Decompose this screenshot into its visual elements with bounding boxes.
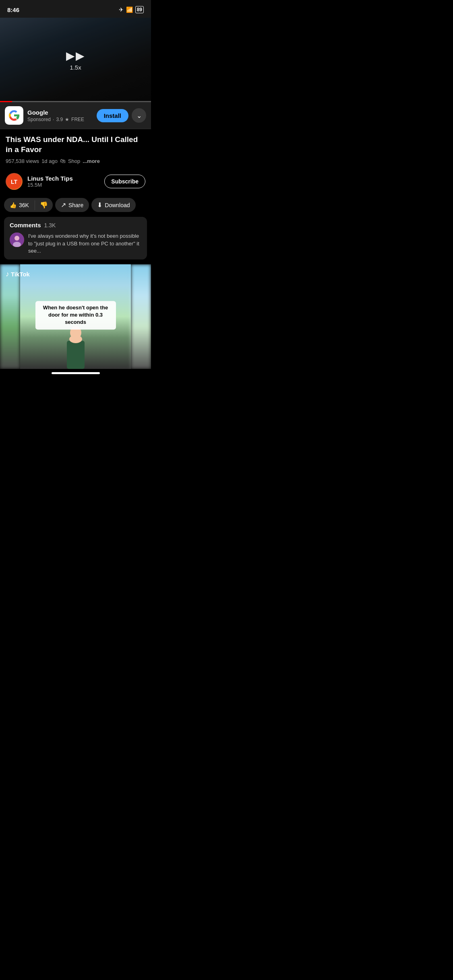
video-player[interactable]: ▶▶ 1.5x <box>0 18 151 102</box>
svg-text:LT: LT <box>11 179 18 185</box>
tiktok-bg-right <box>131 264 151 369</box>
channel-avatar-inner: LT <box>6 173 23 190</box>
ad-price: FREE <box>71 117 84 122</box>
tiktok-logo: ♪ TikTok <box>6 270 30 278</box>
home-indicator[interactable] <box>0 369 151 381</box>
download-button[interactable]: ⬇ Download <box>91 198 135 212</box>
airplane-icon: ✈ <box>119 6 124 13</box>
ad-sponsored-label: Sponsored <box>27 117 51 122</box>
speed-indicator: ▶▶ 1.5x <box>66 49 85 71</box>
like-count: 36K <box>19 202 29 208</box>
shop-label[interactable]: Shop <box>68 158 80 164</box>
status-time: 8:46 <box>7 6 19 13</box>
tiktok-logo-text: TikTok <box>11 271 30 278</box>
ad-collapse-button[interactable]: ⌄ <box>132 108 146 123</box>
download-label: Download <box>105 202 130 208</box>
home-bar <box>52 372 100 374</box>
ad-banner: Google Sponsored · 3.9 ★ FREE Install ⌄ <box>0 102 151 129</box>
video-info: This WAS under NDA... Until I Called in … <box>0 129 151 168</box>
tiktok-caption: When he doesn't open the door for me wit… <box>35 301 116 329</box>
wifi-icon: 📶 <box>126 6 133 13</box>
dislike-icon: 👎 <box>40 202 48 208</box>
age: 1d ago <box>41 158 58 164</box>
comments-label: Comments <box>10 222 41 229</box>
like-dislike-group: 👍 36K 👎 <box>4 198 53 212</box>
battery-indicator: 89 <box>135 6 144 13</box>
channel-row: LT Linus Tech Tips 15.5M Subscribe <box>0 168 151 195</box>
chevron-down-icon: ⌄ <box>137 112 142 119</box>
video-progress-bar[interactable] <box>0 101 151 102</box>
like-button[interactable]: 👍 36K <box>4 199 35 212</box>
ad-star: ★ <box>65 117 69 122</box>
shop-icon: 🛍 <box>60 158 66 164</box>
dislike-button[interactable]: 👎 <box>35 198 53 212</box>
comment-preview: I've always wondered why it's not been p… <box>10 233 141 255</box>
svg-point-7 <box>69 335 82 343</box>
commenter-avatar <box>10 233 24 247</box>
channel-subs: 15.5M <box>27 182 73 188</box>
ltt-logo-icon: LT <box>6 174 22 189</box>
ad-buttons: Install ⌄ <box>97 108 146 123</box>
channel-details: Linus Tech Tips 15.5M <box>27 175 73 188</box>
ad-app-logo <box>5 106 23 125</box>
video-title: This WAS under NDA... Until I Called in … <box>6 135 145 154</box>
ad-rating: 3.9 <box>56 117 63 122</box>
status-icons: ✈ 📶 89 <box>119 6 144 13</box>
tiktok-logo-icon: ♪ <box>6 270 9 278</box>
action-row: 👍 36K 👎 ↗ Share ⬇ Download <box>0 195 151 217</box>
like-icon: 👍 <box>10 202 17 208</box>
share-button[interactable]: ↗ Share <box>55 198 89 212</box>
google-logo-icon <box>8 110 20 121</box>
tiktok-bg-left <box>0 264 20 369</box>
commenter-avatar-image <box>10 233 24 247</box>
share-icon: ↗ <box>61 201 66 209</box>
ad-dot: · <box>53 117 54 122</box>
comment-text: I've always wondered why it's not been p… <box>28 233 141 255</box>
view-count: 957,538 views <box>6 158 39 164</box>
video-progress-fill <box>0 101 12 102</box>
ad-meta: Sponsored · 3.9 ★ FREE <box>27 117 93 122</box>
share-label: Share <box>68 202 83 208</box>
channel-avatar[interactable]: LT <box>6 173 23 190</box>
next-video-preview[interactable]: ♪ TikTok When he doesn't open the door f… <box>0 264 151 369</box>
channel-name[interactable]: Linus Tech Tips <box>27 175 73 182</box>
status-bar: 8:46 ✈ 📶 89 <box>0 0 151 18</box>
download-icon: ⬇ <box>97 201 102 209</box>
speed-text: 1.5x <box>70 64 81 71</box>
comments-header: Comments 1.3K <box>10 222 141 229</box>
comments-count: 1.3K <box>44 222 56 229</box>
subscribe-button[interactable]: Subscribe <box>104 175 145 188</box>
ad-app-name: Google <box>27 109 93 116</box>
video-stats: 957,538 views 1d ago 🛍 Shop ...more <box>6 158 145 164</box>
speed-arrows-icon: ▶▶ <box>66 49 85 62</box>
comments-section[interactable]: Comments 1.3K I've always wondered why i… <box>4 217 147 259</box>
ad-info: Google Sponsored · 3.9 ★ FREE <box>27 109 93 122</box>
svg-rect-6 <box>67 341 85 369</box>
more-button[interactable]: ...more <box>83 158 100 164</box>
install-button[interactable]: Install <box>97 109 128 122</box>
svg-point-3 <box>14 236 19 241</box>
